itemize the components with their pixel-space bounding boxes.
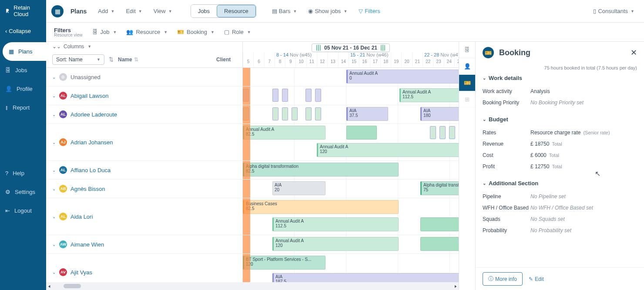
row-header[interactable]: ⌄ AJ Adrian Johansen: [46, 124, 243, 160]
resource-name[interactable]: Abigail Lawson: [70, 93, 108, 99]
booking-bar[interactable]: [420, 237, 459, 251]
booking-bar[interactable]: Annual Audit A0: [346, 70, 459, 83]
booking-bar[interactable]: AIA37.5: [346, 107, 388, 121]
mini-bar[interactable]: [282, 107, 288, 120]
row-timeline[interactable]: AIA37.5AIA180: [243, 105, 459, 123]
row-header[interactable]: ⌄ AL Abigail Lawson: [46, 87, 243, 105]
topbar-show-jobs[interactable]: ◉Show jobs▼: [304, 5, 352, 17]
day-cell[interactable]: 5: [243, 52, 253, 67]
row-header[interactable]: ⌄ AL Aida Lori: [46, 198, 243, 235]
collapse-button[interactable]: ‹ Collapse: [0, 22, 46, 40]
expand-icon[interactable]: ⌄: [52, 242, 56, 247]
scroll-left-icon[interactable]: ◀: [48, 284, 50, 288]
close-button[interactable]: ✕: [631, 48, 637, 57]
handle-right-icon[interactable]: [381, 45, 385, 51]
side-tab-other[interactable]: ⊞: [459, 91, 475, 108]
scrollbar-thumb[interactable]: [64, 284, 81, 288]
row-timeline[interactable]: Annual Audit A0: [243, 68, 459, 86]
nav-item-jobs[interactable]: 🗄Jobs: [0, 61, 46, 80]
section-header[interactable]: ⌄Budget: [483, 116, 637, 123]
booking-bar[interactable]: AIA180: [420, 107, 459, 121]
day-cell[interactable]: 21: [412, 52, 423, 67]
column-name-header[interactable]: Name ⇅: [118, 57, 212, 63]
column-client-header[interactable]: Client: [216, 57, 236, 63]
nav-item-report[interactable]: ⫿Report: [0, 98, 46, 117]
booking-bar[interactable]: Business Cases82.5: [243, 200, 399, 214]
resource-name[interactable]: Affiano Lo Duca: [70, 167, 111, 173]
section-header[interactable]: ⌄Work details: [483, 75, 637, 81]
booking-bar[interactable]: [420, 217, 459, 231]
day-cell[interactable]: 6: [253, 52, 264, 67]
topbar-plans[interactable]: Plans: [66, 8, 91, 15]
side-tab-booking[interactable]: 🎫: [459, 75, 475, 91]
mini-bar[interactable]: [315, 107, 321, 120]
booking-bar[interactable]: Alpha digital transformation75: [420, 181, 459, 195]
day-cell[interactable]: 19: [391, 52, 401, 67]
booking-bar[interactable]: BT Sport - Platform Services - S...120: [243, 256, 325, 270]
scroll-right-icon[interactable]: ▶: [455, 284, 456, 288]
nav-item-help[interactable]: ?Help: [0, 164, 46, 183]
row-header[interactable]: ⌄ AB Agnès Bisson: [46, 180, 243, 198]
expand-icon[interactable]: ⌄: [52, 214, 56, 219]
resource-name[interactable]: Adorlee Laderoute: [70, 111, 117, 118]
topbar-filters[interactable]: ▽Filters: [354, 5, 384, 17]
row-timeline[interactable]: Alpha digital transformation82.5Bus165: [243, 161, 459, 179]
booking-bar[interactable]: Annual Audit A120: [317, 143, 459, 157]
filter-resource[interactable]: 👥Resource▼: [126, 29, 168, 35]
row-timeline[interactable]: Business Cases82.5Annual Audit A112.5: [243, 198, 459, 235]
date-range-pill[interactable]: 05 Nov 21 - 16 Dec 21: [312, 43, 390, 52]
day-cell[interactable]: 7: [264, 52, 275, 67]
booking-bar[interactable]: Annual Audit A112.5: [272, 217, 399, 231]
mini-bar[interactable]: [282, 89, 288, 102]
mini-bar[interactable]: [430, 126, 436, 139]
edit-button[interactable]: ✎Edit: [529, 276, 544, 282]
resource-name[interactable]: Unassigned: [70, 74, 101, 80]
resource-name[interactable]: Adrian Johansen: [70, 139, 113, 146]
topbar-view[interactable]: View▼: [149, 5, 177, 17]
horizontal-scrollbar[interactable]: ◀ ▶: [46, 282, 459, 290]
row-header[interactable]: ⌄ AL Affiano Lo Duca: [46, 161, 243, 179]
side-tab-briefcase[interactable]: 🗄: [459, 42, 475, 58]
side-tab-person[interactable]: 👤: [459, 58, 475, 75]
booking-bar[interactable]: Annual Audit A82.5: [243, 126, 325, 140]
more-info-button[interactable]: ⓘMore info: [483, 272, 523, 286]
mini-bar[interactable]: [449, 126, 455, 139]
booking-bar[interactable]: AIA187.5: [272, 273, 459, 282]
resource-name[interactable]: Agnès Bisson: [70, 186, 105, 192]
expand-icon[interactable]: ⌄: [52, 187, 56, 191]
expand-icon[interactable]: ⌄: [52, 75, 56, 80]
expand-icon[interactable]: ⌄: [52, 270, 56, 275]
mini-bar[interactable]: [292, 107, 298, 120]
booking-bar[interactable]: Annual Audit A120: [272, 237, 399, 251]
booking-bar[interactable]: [346, 126, 377, 140]
topbar-edit[interactable]: Edit▼: [121, 5, 146, 17]
resource-name[interactable]: Aimane Wien: [70, 241, 104, 248]
row-header[interactable]: ⌄ ⊙ Unassigned: [46, 68, 243, 86]
mini-bar[interactable]: [305, 89, 312, 102]
day-cell[interactable]: 20: [401, 52, 412, 67]
expand-icon[interactable]: ⌄: [52, 93, 56, 98]
row-timeline[interactable]: Annual Audit A82.5Alpha75Annual Audit A1…: [243, 124, 459, 160]
filter-booking[interactable]: 🎫Booking▼: [177, 29, 215, 35]
columns-toggle[interactable]: ⌄⌄ Columns ▼: [46, 42, 242, 51]
filter-job[interactable]: 🗄Job▼: [92, 29, 117, 35]
topbar-consultants[interactable]: ▯Consultants▼: [589, 5, 639, 17]
mini-bar[interactable]: [305, 107, 312, 120]
expand-icon[interactable]: ⌄: [52, 168, 56, 173]
sort-select[interactable]: Sort: Name ▼: [52, 54, 104, 65]
mini-bar[interactable]: [439, 126, 446, 139]
day-cell[interactable]: 14: [338, 52, 349, 67]
resource-name[interactable]: Ajit Vyas: [70, 269, 92, 276]
row-timeline[interactable]: Annual Audit A112.5: [243, 87, 459, 105]
section-header[interactable]: ⌄Additional Section: [483, 180, 637, 187]
day-cell[interactable]: 12: [317, 52, 327, 67]
sort-direction-icon[interactable]: ⇅: [109, 56, 114, 63]
booking-bar[interactable]: Alpha digital transformation82.5: [243, 163, 399, 177]
nav-item-profile[interactable]: 👤Profile: [0, 80, 46, 98]
toggle-jobs[interactable]: Jobs: [191, 5, 217, 17]
filter-role[interactable]: ▢Role▼: [224, 29, 251, 35]
expand-icon[interactable]: ⌄: [52, 140, 56, 145]
row-timeline[interactable]: AIA20Alpha digital transformation75: [243, 180, 459, 198]
booking-bar[interactable]: AIA20: [272, 181, 325, 195]
row-header[interactable]: ⌄ AV Ajit Vyas: [46, 254, 243, 282]
